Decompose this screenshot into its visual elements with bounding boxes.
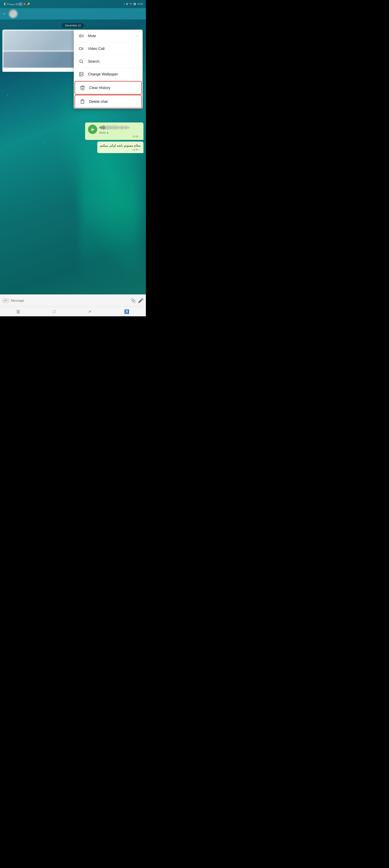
voice-bubble: ▶ [85, 122, 143, 140]
waveform-bars [99, 124, 140, 131]
change-wallpaper-label: Change Wallpaper [88, 72, 138, 76]
message-input[interactable] [11, 299, 128, 303]
key-icon: 🔑 [27, 3, 30, 5]
menu-item-clear-history[interactable]: Clear History [74, 81, 142, 94]
battery-percent: ۴۱درصد [7, 3, 15, 5]
voice-message: ▶ [88, 124, 140, 134]
video-call-label: Video Call [88, 46, 138, 51]
signal-icon: ||| [16, 3, 18, 5]
status-bar: 🔋 ۴۱درصد ||| 4G 🔇 🔑 ● 𝕏 📷 🖼 ۱۲:۲۷ [0, 0, 146, 8]
nav-home-icon[interactable]: □ [53, 309, 55, 314]
dropdown-menu: Mute › Video Call [74, 30, 143, 109]
instagram-icon: 📷 [129, 3, 132, 5]
gif-button[interactable]: GIF [2, 299, 9, 303]
search-icon [78, 59, 84, 64]
x-icon: 𝕏 [126, 3, 128, 5]
attach-icon[interactable]: 📎 [130, 298, 136, 303]
svg-line-2 [82, 62, 83, 63]
delete-chat-icon [80, 99, 85, 104]
voice-time: 12:23 ✓ [88, 135, 140, 138]
menu-item-search[interactable]: Search [74, 55, 143, 68]
mic-icon[interactable]: 🎤 [138, 298, 143, 303]
4g-icon: 4G [19, 3, 22, 5]
chat-header: ← [0, 8, 146, 20]
svg-rect-0 [79, 48, 82, 50]
svg-point-1 [79, 60, 83, 63]
menu-item-mute[interactable]: Mute › [74, 30, 143, 42]
status-right: ● 𝕏 📷 🖼 ۱۲:۲۷ [124, 3, 143, 5]
battery-icon: 🔋 [3, 3, 6, 5]
nav-accessibility-icon[interactable]: ♿ [124, 309, 129, 314]
nav-back-icon[interactable]: > [89, 309, 91, 314]
clock-time: ۱۲:۲۷ [137, 3, 143, 5]
search-label: Search [88, 59, 138, 64]
read-checkmark: ✓ [138, 135, 140, 138]
dot-indicator: ● [124, 3, 125, 5]
menu-item-video-call[interactable]: Video Call [74, 42, 143, 55]
mute-status-icon: 🔇 [23, 3, 26, 5]
status-left: 🔋 ۴۱درصد ||| 4G 🔇 🔑 [3, 3, 30, 5]
mute-label: Mute [88, 34, 132, 38]
wallpaper-icon [78, 71, 84, 77]
avatar [9, 9, 18, 18]
svg-point-4 [80, 73, 81, 74]
text-bubble: سلام ممنونم باشه اوکی میکنم 12:26 ✓ [97, 142, 143, 153]
voice-duration: 00:03 [99, 131, 140, 134]
date-badge-text: December 22 [62, 23, 84, 28]
persian-message-text: سلام ممنونم باشه اوکی میکنم [100, 144, 140, 147]
nav-bar: ||| □ > ♿ [0, 307, 146, 316]
mute-arrow-icon: › [136, 34, 138, 38]
video-call-icon [78, 46, 84, 51]
play-icon: ▶ [92, 127, 94, 132]
message-outgoing-text: سلام ممنونم باشه اوکی میکنم 12:26 ✓ [2, 142, 143, 153]
delete-chat-label: Delete chat [89, 99, 136, 104]
text-read-checkmark: ✓ [138, 148, 140, 151]
voice-waveform: 00:03 [99, 124, 140, 134]
menu-item-delete-chat[interactable]: Delete chat [74, 95, 142, 108]
voice-dot [107, 132, 108, 134]
back-button[interactable]: ← [2, 11, 7, 17]
date-badge: December 22 [2, 24, 143, 27]
nav-menu-icon[interactable]: ||| [17, 309, 20, 314]
mute-icon [78, 33, 84, 38]
message-outgoing-voice: ▶ [2, 122, 143, 140]
input-bar: GIF 📎 🎤 [0, 294, 146, 307]
content-area: Mute › Video Call [0, 20, 146, 316]
play-button[interactable]: ▶ [88, 125, 97, 134]
clear-history-label: Clear History [89, 86, 136, 90]
text-time: 12:26 ✓ [100, 148, 140, 151]
photos-icon: 🖼 [133, 3, 136, 5]
menu-item-change-wallpaper[interactable]: Change Wallpaper [74, 68, 143, 81]
clear-history-icon [80, 85, 85, 90]
phone-container: 🔋 ۴۱درصد ||| 4G 🔇 🔑 ● 𝕏 📷 🖼 ۱۲:۲۷ ← [0, 0, 146, 316]
